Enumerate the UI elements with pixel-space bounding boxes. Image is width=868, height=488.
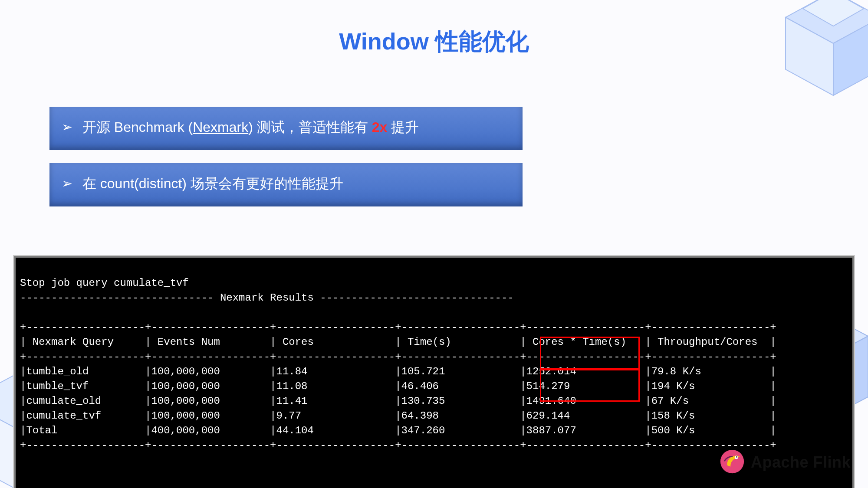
term-header: | Nexmark Query | Events Num | Cores | T… xyxy=(20,336,776,348)
bullet-list: ➢ 开源 Benchmark (Nexmark) 测试，普适性能有 2x 提升 … xyxy=(49,107,523,219)
term-row-4: |cumulate_tvf |100,000,000 |9.77 |64.398… xyxy=(20,410,776,422)
bullet-arrow-icon: ➢ xyxy=(62,176,72,191)
term-line-title-rule: ------------------------------- Nexmark … xyxy=(20,292,514,304)
term-sep-mid: +-------------------+-------------------… xyxy=(20,351,776,363)
bullet-1-text-b: ) 测试，普适性能有 xyxy=(248,119,372,135)
bullet-1-text-c: 提升 xyxy=(387,119,419,135)
term-row-1: |tumble_old |100,000,000 |11.84 |105.721… xyxy=(20,366,776,377)
term-row-5: |Total |400,000,000 |44.104 |347.260 |38… xyxy=(20,425,776,436)
bullet-1-link: Nexmark xyxy=(193,119,248,135)
bullet-2-text: 在 count(distinct) 场景会有更好的性能提升 xyxy=(82,176,343,191)
bullet-1-text-a: 开源 Benchmark ( xyxy=(82,119,193,135)
deco-cubes-top-right xyxy=(768,0,868,117)
bullet-count-distinct: ➢ 在 count(distinct) 场景会有更好的性能提升 xyxy=(49,163,523,206)
term-row-3: |cumulate_old |100,000,000 |11.41 |130.7… xyxy=(20,395,776,407)
bullet-arrow-icon: ➢ xyxy=(62,119,72,134)
slide-title: Window 性能优化 xyxy=(0,26,868,58)
flink-logo-icon xyxy=(719,448,746,477)
footer-brand: Apache Flink xyxy=(719,448,851,477)
svg-marker-3 xyxy=(803,0,864,26)
footer-brand-label: Apache Flink xyxy=(751,453,851,472)
term-row-2: |tumble_tvf |100,000,000 |11.08 |46.406 … xyxy=(20,380,776,392)
bullet-1-twox: 2x xyxy=(372,119,388,135)
svg-point-15 xyxy=(736,456,737,458)
bullet-benchmark: ➢ 开源 Benchmark (Nexmark) 测试，普适性能有 2x 提升 xyxy=(49,107,523,150)
term-line-stop: Stop job query cumulate_tvf xyxy=(20,277,189,289)
term-sep-bot: +-------------------+-------------------… xyxy=(20,439,776,451)
term-sep-top: +-------------------+-------------------… xyxy=(20,321,776,333)
svg-point-13 xyxy=(720,450,744,473)
